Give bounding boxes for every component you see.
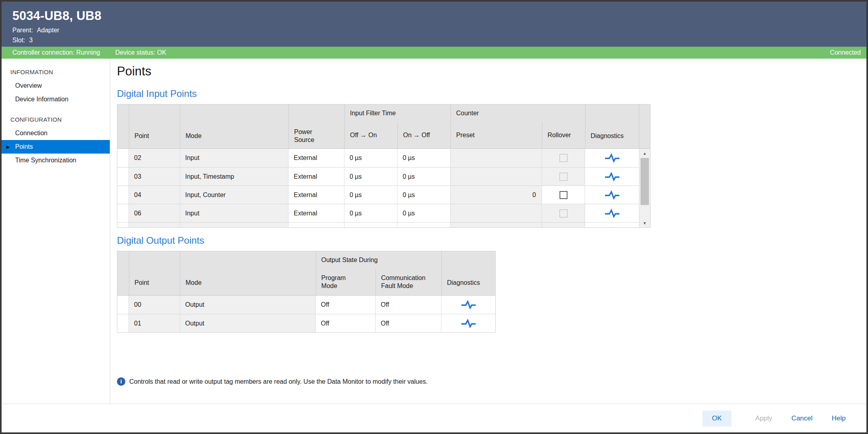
on-to-off-cell[interactable]: 0 µs bbox=[397, 149, 451, 167]
row-selector-header bbox=[117, 251, 129, 295]
digital-output-points-heading: Digital Output Points bbox=[117, 235, 866, 246]
power-source-column-header: Power Source bbox=[289, 105, 344, 148]
device-status: Device status: OK bbox=[115, 49, 166, 56]
input-table-scrollbar[interactable]: ▲ ▼ bbox=[639, 149, 650, 227]
sidebar-item-overview[interactable]: Overview bbox=[2, 79, 110, 93]
sidebar-item-points-label: Points bbox=[15, 143, 33, 150]
info-icon: i bbox=[117, 377, 125, 386]
diagnostics-cell bbox=[585, 168, 639, 185]
row-selector-cell[interactable] bbox=[117, 223, 129, 227]
diagnostics-cell bbox=[585, 204, 639, 222]
off-to-on-cell[interactable]: 0 µs bbox=[344, 204, 397, 222]
diagnostics-icon[interactable] bbox=[585, 186, 639, 204]
on-to-off-cell[interactable]: 0 µs bbox=[397, 168, 451, 185]
input-row-03: 03 Input, Timestamp External 0 µs 0 µs bbox=[117, 167, 639, 185]
device-properties-window: 5034-UB8, UB8 Parent:Adapter Slot:3 Cont… bbox=[0, 0, 868, 434]
point-cell: 00 bbox=[129, 296, 180, 314]
preset-cell bbox=[451, 149, 542, 167]
sidebar-item-connection[interactable]: Connection bbox=[2, 126, 110, 140]
read-only-note: i Controls that read or write output tag… bbox=[117, 377, 866, 386]
mode-column-header: Mode bbox=[180, 105, 289, 148]
diagnostics-cell bbox=[585, 149, 639, 167]
power-source-cell[interactable]: External bbox=[289, 204, 344, 222]
power-source-cell[interactable]: External bbox=[289, 168, 344, 185]
mode-column-header: Mode bbox=[180, 251, 316, 295]
input-filter-time-group-header: Input Filter Time bbox=[344, 105, 451, 122]
sidebar-item-points[interactable]: ▶ Points bbox=[2, 140, 110, 154]
row-selector-cell[interactable] bbox=[117, 168, 129, 185]
cancel-button[interactable]: Cancel bbox=[786, 410, 818, 426]
diagnostics-column-header: Diagnostics bbox=[441, 251, 495, 295]
device-title: 5034-UB8, UB8 bbox=[12, 9, 866, 23]
ok-button[interactable]: OK bbox=[702, 410, 732, 426]
sidebar-item-time-synchronization[interactable]: Time Synchronization bbox=[2, 154, 110, 167]
mode-cell: Input bbox=[180, 223, 289, 227]
scrollbar-header-spacer bbox=[639, 105, 650, 148]
digital-output-points-table: Point Mode Output State During Program M… bbox=[117, 251, 496, 333]
communication-fault-mode-cell[interactable]: Off bbox=[376, 296, 441, 314]
mode-cell: Input, Timestamp bbox=[180, 168, 289, 185]
parent-label: Parent: bbox=[12, 27, 33, 34]
power-source-cell[interactable]: External bbox=[289, 149, 344, 167]
point-cell: 03 bbox=[129, 168, 180, 185]
mode-cell: Input bbox=[180, 149, 289, 167]
input-row-07: 07 Input External 0 µs 0 µs bbox=[117, 222, 639, 227]
input-table-header: Point Mode Power Source Input Filter Tim… bbox=[117, 105, 650, 149]
diagnostics-icon[interactable] bbox=[585, 149, 639, 167]
mode-cell: Output bbox=[180, 296, 316, 314]
on-to-off-cell[interactable]: 0 µs bbox=[397, 186, 451, 204]
row-selector-cell[interactable] bbox=[117, 149, 129, 167]
read-only-note-text: Controls that read or write output tag m… bbox=[129, 378, 428, 385]
footer-button-bar: OK Apply Cancel Help bbox=[2, 404, 866, 432]
output-state-during-group-header: Output State During bbox=[316, 251, 441, 269]
program-mode-column-header: Program Mode bbox=[316, 269, 376, 295]
program-mode-cell[interactable]: Off bbox=[316, 296, 376, 314]
off-to-on-column-header: Off → On bbox=[344, 122, 397, 148]
program-mode-cell[interactable]: Off bbox=[316, 314, 376, 332]
sidebar-nav: INFORMATION Overview Device Information … bbox=[2, 59, 110, 404]
diagnostics-icon[interactable] bbox=[585, 168, 639, 185]
row-selector-cell[interactable] bbox=[117, 314, 129, 332]
row-selector-cell[interactable] bbox=[117, 186, 129, 204]
off-to-on-cell[interactable]: 0 µs bbox=[344, 186, 397, 204]
point-cell: 06 bbox=[129, 204, 180, 222]
scroll-up-icon[interactable]: ▲ bbox=[639, 149, 650, 158]
row-selector-cell[interactable] bbox=[117, 296, 129, 314]
sidebar-item-device-information[interactable]: Device Information bbox=[2, 93, 110, 106]
power-source-cell[interactable]: External bbox=[289, 223, 344, 227]
diagnostics-icon[interactable] bbox=[441, 296, 495, 314]
output-row-00: 00 Output Off Off bbox=[117, 296, 495, 314]
help-button[interactable]: Help bbox=[826, 410, 851, 426]
mode-cell: Input bbox=[180, 204, 289, 222]
diagnostics-icon[interactable] bbox=[585, 204, 639, 222]
diagnostics-icon[interactable] bbox=[441, 314, 495, 332]
rollover-cell bbox=[542, 168, 585, 185]
rollover-checkbox bbox=[560, 173, 567, 181]
off-to-on-cell[interactable]: 0 µs bbox=[344, 149, 397, 167]
rollover-cell bbox=[542, 149, 585, 167]
diagnostics-column-header: Diagnostics bbox=[585, 105, 639, 148]
row-selector-cell[interactable] bbox=[117, 204, 129, 222]
diagnostics-cell bbox=[441, 314, 495, 332]
off-to-on-cell[interactable]: 0 µs bbox=[344, 223, 397, 227]
on-to-off-cell[interactable]: 0 µs bbox=[397, 223, 451, 227]
scrollbar-thumb[interactable] bbox=[641, 158, 649, 205]
point-column-header: Point bbox=[129, 251, 180, 295]
mode-cell: Input, Counter bbox=[180, 186, 289, 204]
communication-fault-mode-cell[interactable]: Off bbox=[376, 314, 441, 332]
rollover-column-header: Rollover bbox=[542, 122, 585, 148]
power-source-cell[interactable]: External bbox=[289, 186, 344, 204]
preset-cell[interactable]: 0 bbox=[451, 186, 542, 204]
input-row-04: 04 Input, Counter External 0 µs 0 µs 0 bbox=[117, 185, 639, 204]
diagnostics-icon[interactable] bbox=[585, 223, 639, 227]
rollover-cell bbox=[542, 204, 585, 222]
rollover-checkbox bbox=[560, 209, 567, 217]
apply-button[interactable]: Apply bbox=[750, 410, 778, 426]
digital-input-points-heading: Digital Input Points bbox=[117, 88, 866, 99]
sidebar-section-information: INFORMATION bbox=[2, 65, 110, 79]
off-to-on-cell[interactable]: 0 µs bbox=[344, 168, 397, 185]
rollover-checkbox[interactable] bbox=[560, 191, 567, 199]
on-to-off-cell[interactable]: 0 µs bbox=[397, 204, 451, 222]
input-row-06: 06 Input External 0 µs 0 µs bbox=[117, 204, 639, 222]
scroll-down-icon[interactable]: ▼ bbox=[639, 219, 650, 227]
